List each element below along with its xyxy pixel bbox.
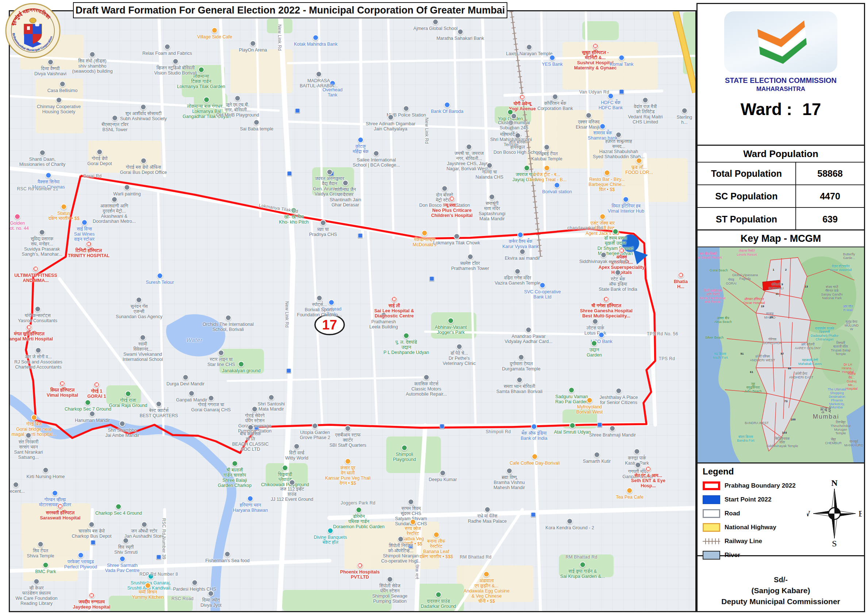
- map-label-text: Van Udyan Rd: [579, 90, 609, 95]
- poi-pin-icon: [39, 150, 46, 156]
- keymap-label: 57: [781, 353, 784, 356]
- map-label-text: आर जे सोनी व... RJ Soni and Associates C…: [14, 354, 62, 370]
- map-label-text: SVC Co-operative Bank Ltd: [524, 289, 561, 300]
- poi-pin-icon: [634, 449, 640, 455]
- map-label-text: Sadguru Vaman Rao Pai Garden: [555, 394, 588, 404]
- map-label-text: दादरकर ग्राउंड Dadarkar Ground: [421, 598, 456, 609]
- hospital-pin-icon: H: [26, 324, 33, 331]
- keymap-label: मुंबई Mumbai: [813, 407, 839, 420]
- map-label: श्री बालाजी गार्डन चारकोप Shree Balaji G…: [218, 460, 251, 488]
- bus-stop-icon: [619, 90, 624, 94]
- keymap-label: मालाड MALAD: [764, 312, 775, 320]
- map-label: HPhoenix Hospitals PVT.LTD: [340, 563, 380, 580]
- map-label-text: Shimpoli Playground: [393, 452, 416, 462]
- orange-pin-icon: [433, 532, 439, 538]
- map-label: गोरई ब्रिज Gorai bridge near magal murti…: [12, 415, 56, 437]
- map-label: यम्मी किचन Yummy Kitchen: [132, 583, 164, 600]
- keymap-label: Global Vipassana Pagoda: [732, 274, 758, 281]
- map-label-text: RSC Road: [172, 597, 194, 601]
- map-label: RM Bhattad Rd: [460, 555, 491, 560]
- map-label: Bank Of Baroda: [431, 102, 463, 114]
- keymap-label: सिद्धिविनायक मंदिर Siddhivinayak Temple: [767, 437, 798, 448]
- map-label: बीएसएनएल टॉवर BSNL Tower: [101, 115, 129, 132]
- map-label: Samarth Kutir: [583, 452, 611, 464]
- map-label: Atal Smruti Udyan: [554, 423, 591, 435]
- keymap-label: दादासाहेब फाळके चित्रनगरी Dadasaheb Phal…: [811, 327, 839, 342]
- poi-pin-icon: [42, 467, 48, 473]
- page-title: Draft Ward Formation For General Electio…: [76, 5, 505, 16]
- map-label-text: New Link Rd: [277, 25, 281, 51]
- bus-stop-icon: [440, 424, 445, 429]
- map-label: शिंपोली निरंजन को-ऑपरेटिव्ह... Shimpoli …: [381, 536, 420, 564]
- map-label-text: हज़रत शाबुलशाह सय्यद... Hazrat Shabulsha…: [593, 139, 645, 159]
- green-pin-icon: [85, 399, 91, 406]
- map-label: Suresh Telour: [146, 273, 174, 285]
- keymap-label: 9: [781, 283, 783, 286]
- map-label-text: जयदीप रुग्णालय Jaydeep Hospital: [73, 599, 111, 609]
- blue-pin-icon: [549, 55, 555, 61]
- map-label-text: बनाना लीफ रेस्टॉरंट Banana Leaf दक्षिण भ…: [419, 539, 453, 559]
- map-label-text: चारकोप बस डेपो Charkop Bus Depot: [71, 529, 111, 539]
- green-pin-icon: [569, 423, 575, 429]
- map-label: Tea Pea Cafe: [616, 488, 643, 500]
- map-label-text: बीएसएनएल टॉवर BSNL Tower: [101, 122, 129, 132]
- poi-pin-icon: [89, 522, 95, 528]
- map-label-text: Village Side Cafe: [197, 34, 232, 39]
- map-label: Sterling h...: [677, 108, 692, 125]
- map-label: Hसाई ली Sai Lee Hospital & Diagnostic Ce…: [374, 296, 414, 319]
- map-label: Sai Baba temple: [240, 120, 273, 132]
- hospital-pin-icon: H: [391, 296, 397, 302]
- bus-stop-icon: [408, 544, 413, 549]
- map-label: शिव स्मृती Shiv Smruti: [114, 538, 138, 555]
- map-label-text: दुर्गामाता टेम्पल Durgamata Temple: [502, 361, 540, 372]
- poi-pin-icon: [344, 426, 351, 432]
- bus-stop-icon: [329, 171, 334, 176]
- map-label-text: Kora Kendra Ground - 2: [545, 525, 594, 530]
- map-label-text: गोराई सेवेरगे पंपिंग स्टेशन Gorai Sewera…: [238, 413, 271, 434]
- keymap-label: सन बीच रिसॉर्ट Sun Beach Resort: [698, 252, 722, 260]
- map-label-text: Joggers Park Rd: [341, 501, 375, 505]
- map-label: Ganpati Mandir: [176, 390, 207, 403]
- poi-pin-icon: [594, 452, 600, 458]
- map-label: RM Bhattad Rd: [566, 555, 597, 560]
- map-label: जॉन बॉस्को हायस्कूल Don Bosco High Schoo…: [493, 132, 542, 155]
- map-label: राधे मां पॅलेस Radhe Maa Palace: [468, 507, 507, 524]
- poi-pin-icon: [616, 132, 622, 138]
- orange-pin-icon: [627, 488, 633, 494]
- map-label-text: सुविद्य प्रसारक संघ, मनोहर... Suvidya Pr…: [22, 236, 62, 257]
- keymap-label: तिरुचेंबुर Thiruchembur Murugan Temple: [829, 421, 852, 435]
- map-label: व्ही केअर फाउंडेशन ग्रंथालय We Care Foun…: [16, 578, 57, 606]
- green-pin-icon: [579, 562, 586, 568]
- poi-pin-icon: [47, 59, 53, 65]
- poi-pin-icon: [119, 421, 125, 427]
- poi-pin-icon: [398, 536, 404, 542]
- keymap-label: आर मॉल R Mall: [843, 305, 852, 312]
- map-label: Janakalyan ground: [222, 361, 260, 373]
- compass-n: N: [831, 479, 838, 488]
- keymap-label: 2: [785, 269, 787, 272]
- map-label: शिव टेंपल Shiva Temple: [27, 541, 54, 558]
- map-label: मैक्सस सिनेमा Maxus Cinemas: [32, 173, 65, 190]
- poi-pin-icon: [253, 120, 259, 126]
- start-swatch-icon: [703, 495, 720, 504]
- map-label: Shree Brahmaji Mandir: [589, 426, 636, 438]
- map-label-text: टिनिटी हॉस्पिटल TRINITY HOSPITAL: [68, 248, 110, 258]
- map-label: Hसुश्रुत हॉस्पिटल - मॅटर्निटी &... Sushr…: [574, 43, 617, 70]
- map-label: Shanti Daan, Missionaries of Charity: [19, 150, 65, 167]
- map-label-text: दोन बॉस्को मेट्रो स्टेशन Don Bosco Metro…: [419, 193, 470, 208]
- map-label-text: स्टार लाइन चा Star line CHS: [207, 357, 235, 367]
- map-label: Orchids The International School, Boriva…: [203, 315, 254, 332]
- map-label: Relax Foam and Fabrics: [143, 44, 192, 56]
- legend-item-label: Road: [725, 510, 740, 517]
- map-label: सुनंदन गॅस एजन्सी Sunandan Gas Agency: [116, 297, 163, 319]
- map-label: Shri Shambho Jai Ambe Mandir: [105, 421, 139, 438]
- map-label: स्टेट बँक ऑफ इंडिया State Bank of India: [598, 270, 637, 292]
- poi-pin-icon: [183, 375, 189, 381]
- map-label-text: Casa Bellisimo: [48, 88, 78, 93]
- orange-pin-icon: [60, 204, 67, 210]
- bus-stop-icon: [295, 109, 300, 113]
- keymap-label: गोदरेज मेम... Godrej Me... Hospital: [845, 373, 858, 390]
- map-label-text: Anandrao Pawar Vidyalay Aadhar Card...: [504, 334, 552, 344]
- poi-pin-icon: [141, 522, 147, 528]
- bus-stop-icon: [358, 233, 363, 238]
